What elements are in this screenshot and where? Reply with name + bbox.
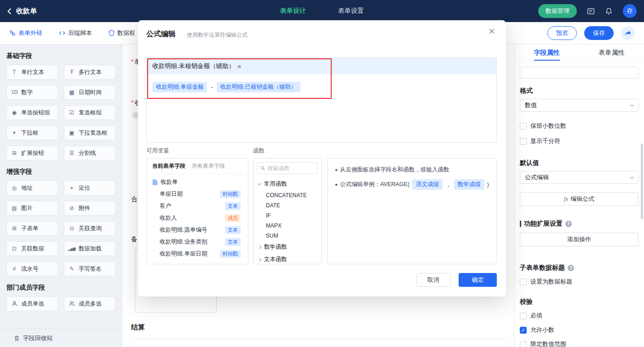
option-required[interactable]: 必填 [520,312,638,320]
function-search-input[interactable] [267,165,315,171]
field-button-divider[interactable]: ☰分割线 [64,146,115,160]
help-example-prefix: 公式编辑举例：AVERAGE( [340,181,409,188]
variables-pane-label: 可用变量 [146,147,169,155]
tab-form-design[interactable]: 表单设计 [280,7,306,15]
field-button-datetime[interactable]: ▦日期时间 [64,85,115,100]
option-allow-decimal[interactable]: 允许小数 [520,326,638,334]
function-item[interactable]: MAPX [253,221,322,231]
formula-equals: = [237,63,241,70]
field-button-dropdown[interactable]: ▼下拉框 [6,125,58,140]
help-tip-1: 从左侧面板选择字段名和函数，或输入函数 [335,166,489,174]
bell-icon[interactable] [605,7,613,15]
field-title-input[interactable] [520,67,638,79]
field-button-number[interactable]: 123数字 [6,85,58,100]
field-label: 下拉框 [21,129,39,137]
checkbox-label: 限定数值范围 [530,340,566,347]
field-button-signature[interactable]: ✎手写签名 [64,262,115,276]
shortcut-icon[interactable] [587,7,595,15]
variables-root-node[interactable]: 收款单 [147,174,248,188]
modal-title: 公式编辑 [146,29,176,39]
relation-query-icon: ⊙ [68,226,76,231]
checkbox[interactable] [520,341,527,347]
help-icon[interactable]: ? [568,265,574,271]
field-recycle-bin[interactable]: 字段回收站 [0,329,122,347]
field-button-extend-button[interactable]: ⊞扩展按钮 [6,146,58,160]
field-button-multi-dropdown[interactable]: ▣下拉复选框 [64,125,115,140]
save-button[interactable]: 保存 [584,26,614,40]
option-set-data-title[interactable]: 设置为数据标题 [520,278,638,286]
tab-form-settings[interactable]: 表单设置 [338,7,364,15]
field-label: 数字 [21,89,33,97]
edit-formula-button[interactable]: fx 编辑公式 [520,192,638,206]
function-item[interactable]: DATE [253,200,322,210]
field-button-subform[interactable]: ⊞子表单 [6,221,58,236]
checkbox[interactable] [520,123,527,130]
topbar-tabs: 表单设计 表单设置 [280,7,364,15]
variable-item[interactable]: 收款明细.业务类别文本 [147,236,248,248]
form-external-link[interactable]: 表单外链 [9,29,42,37]
variable-item[interactable]: 收款明细.源单编号文本 [147,224,248,236]
function-group-text[interactable]: 文本函数 [253,253,322,264]
field-button-radio-group[interactable]: ◉单选按钮组 [6,105,58,120]
field-button-image[interactable]: ▤图片 [6,201,58,216]
checkbox[interactable] [520,279,527,285]
number-icon: 123 [10,90,18,95]
cancel-button[interactable]: 取消 [416,273,450,287]
default-value-select[interactable]: 公式编辑 [520,171,638,184]
field-button-checkbox-group[interactable]: ☑复选框组 [64,105,115,120]
option-limit-range[interactable]: 限定数值范围 [520,340,638,347]
backend-script-link[interactable]: 后端脚本 [59,29,92,37]
back-button[interactable] [7,8,12,15]
share-button[interactable] [621,26,635,40]
formula-token-operand2[interactable]: 收款明细.已核销金额（辅助） [217,82,300,92]
tab-current-form-fields[interactable]: 当前表单字段 [152,162,185,170]
variable-item[interactable]: 单据日期时间戳 [147,188,248,200]
field-label: 附件 [79,205,90,212]
formula-result-line: 收款明细.未核销金额（辅助） = [147,58,496,74]
function-item[interactable]: IF [253,210,322,221]
close-icon[interactable]: × [489,26,495,37]
tab-form-properties[interactable]: 表单属性 [579,45,644,61]
field-button-member-multi[interactable]: 成员多选 [64,296,115,311]
subform-data-title: 子表单数据标题 ? [520,264,638,272]
function-search-box[interactable] [257,162,318,174]
variable-item[interactable]: 客户文本 [147,200,248,212]
field-button-address[interactable]: ◎地址 [6,181,58,195]
preview-button[interactable]: 预览 [547,26,577,40]
avatar[interactable]: 存 [623,4,637,18]
function-group-common[interactable]: 常用函数 [253,178,322,190]
tab-all-form-fields[interactable]: 所有表单字段 [192,162,225,170]
checkbox-checked[interactable] [520,327,527,334]
data-permission-link[interactable]: 数据权 [109,29,135,37]
confirm-button[interactable]: 确定 [459,273,497,287]
field-button-location[interactable]: ⌖定位 [64,181,115,195]
help-icon[interactable]: ? [565,221,572,227]
add-action-button[interactable]: 添加操作 [520,233,638,246]
field-button-member-single[interactable]: 成员单选 [6,296,58,311]
field-button-single-line-text[interactable]: T单行文本 [6,65,58,80]
formula-editor-area[interactable]: 收款明细.未核销金额（辅助） = 收款明细.单据金额 - 收款明细.已核销金额（… [146,57,497,143]
field-button-multi-line-text[interactable]: Ŧ多行文本 [64,65,115,80]
data-manage-button[interactable]: 数据管理 [538,4,577,18]
variable-item[interactable]: 收款明细.单据日期时间戳 [147,248,248,260]
relation-data-icon: ⊡ [10,246,18,251]
field-button-serial-number[interactable]: #流水号 [6,262,58,276]
checkbox[interactable] [520,313,527,319]
function-item[interactable]: SUM [253,231,322,241]
function-item[interactable]: CONCATENATE [253,190,322,200]
field-button-data-load[interactable]: ▂▅▇数据加载 [64,241,115,256]
field-button-relation-query[interactable]: ⊙关联查询 [64,221,115,236]
tab-field-properties[interactable]: 字段属性 [514,45,579,61]
chevron-right-icon [258,245,261,249]
function-group-math[interactable]: 数学函数 [253,241,322,253]
field-button-relation-data[interactable]: ⊡关联数据 [6,241,58,256]
field-button-attachment[interactable]: ⊘附件 [64,201,115,216]
help-tip-text: 从左侧面板选择字段名和函数，或输入函数 [340,166,449,174]
option-thousand-separator[interactable]: 显示千分符 [520,137,638,145]
formula-token-operand1[interactable]: 收款明细.单据金额 [152,82,207,92]
checkbox[interactable] [520,138,527,145]
option-decimal-places[interactable]: 保留小数位数 [520,122,638,130]
format-select[interactable]: 数值 [520,99,638,112]
variable-item[interactable]: 收款人成员 [147,212,248,224]
scrollbar-thumb[interactable] [641,143,643,219]
